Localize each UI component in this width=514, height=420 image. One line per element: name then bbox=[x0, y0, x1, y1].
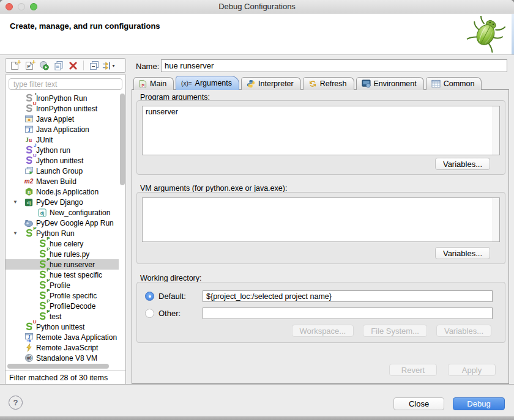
tab-main[interactable]: PMain bbox=[133, 77, 174, 90]
tree-item-standalone-v8-vm[interactable]: v8Standalone V8 VM bbox=[6, 353, 119, 363]
other-radio[interactable] bbox=[145, 309, 154, 318]
tree-item-java-application[interactable]: JJava Application bbox=[6, 124, 119, 134]
tab-common[interactable]: Common bbox=[426, 77, 482, 90]
svg-text:dj: dj bbox=[40, 210, 45, 216]
tab-environment[interactable]: Environment bbox=[356, 77, 424, 90]
filter-launch-configurations-button[interactable]: ▾ bbox=[102, 59, 115, 72]
new-launch-configuration-button[interactable]: + bbox=[8, 59, 21, 72]
ironpython-run-icon: I bbox=[24, 94, 34, 103]
tree-vertical-scrollbar[interactable] bbox=[119, 94, 125, 361]
tree-item-pydev-django[interactable]: ▼djPyDev Django bbox=[6, 197, 119, 207]
tree-item-hue-celery[interactable]: Phue celery bbox=[6, 238, 119, 249]
debug-bug-icon bbox=[466, 16, 505, 55]
python-run-icon: P bbox=[24, 229, 34, 238]
tree-item-label: PyDev Django bbox=[36, 198, 83, 207]
tree-item-hue-test-specific[interactable]: Phue test specific bbox=[6, 270, 119, 280]
filter-input[interactable] bbox=[9, 78, 122, 90]
tab-label: Common bbox=[444, 79, 475, 88]
program-arguments-variables-button[interactable]: Variables... bbox=[435, 158, 490, 170]
other-directory-input[interactable] bbox=[203, 308, 493, 319]
program-arguments-textarea[interactable]: runserver bbox=[143, 106, 493, 155]
tree-item-profiledecode[interactable]: PProfileDecode bbox=[6, 301, 119, 311]
vm-arguments-group: Variables... bbox=[136, 192, 505, 264]
dialog-banner: Create, manage, and run configurations bbox=[0, 14, 514, 55]
tree-item-python-unittest[interactable]: UPython unittest bbox=[6, 322, 119, 332]
pydev-django-icon: dj bbox=[24, 198, 34, 207]
tree-item-junit[interactable]: JuJUnit bbox=[6, 134, 119, 145]
tree-item-remote-java-application[interactable]: JRemote Java Application bbox=[6, 332, 119, 342]
tree-item-remote-javascript[interactable]: Remote JavaScript bbox=[6, 342, 119, 353]
collapse-all-button[interactable] bbox=[88, 59, 100, 72]
tree-item-hue-rules-py[interactable]: Phue rules.py bbox=[6, 249, 119, 259]
working-directory-variables-button[interactable]: Variables... bbox=[436, 325, 491, 337]
tree-item-java-applet[interactable]: Java Applet bbox=[6, 114, 119, 124]
tab-label: Refresh bbox=[320, 79, 347, 88]
workspace-button[interactable]: Workspace... bbox=[292, 325, 354, 337]
v8-icon: v8 bbox=[24, 353, 34, 363]
tree-item-label: Python unittest bbox=[36, 323, 84, 331]
help-button[interactable]: ? bbox=[9, 396, 23, 410]
delete-launch-configuration-button[interactable] bbox=[67, 59, 80, 72]
tree-item-pydev-google-app-run[interactable]: PyDev Google App Run bbox=[6, 218, 119, 228]
tree-item-label: hue rules.py bbox=[50, 250, 89, 259]
tree-item-jython-run[interactable]: JJython run bbox=[6, 145, 119, 155]
default-radio[interactable] bbox=[145, 292, 154, 301]
python-run-config-icon: P bbox=[37, 312, 47, 321]
tree-item-node-js-application[interactable]: nNode.js Application bbox=[6, 186, 119, 197]
tab-arguments[interactable]: (x)=Arguments bbox=[176, 76, 239, 90]
dialog-button-bar: ? Close Debug bbox=[0, 384, 514, 420]
tree-item-python-run[interactable]: ▼PPython Run bbox=[6, 228, 119, 238]
main-tab-icon: P bbox=[139, 79, 147, 88]
default-directory-input[interactable] bbox=[203, 290, 493, 302]
python-run-config-icon: P bbox=[37, 270, 47, 279]
launch-group-icon bbox=[24, 166, 34, 175]
textarea-scrollbar[interactable] bbox=[493, 106, 499, 155]
tree-item-ironpython-run[interactable]: IIronPython Run bbox=[6, 93, 119, 103]
java-application-icon: J bbox=[24, 125, 34, 134]
tree-item-label: hue runserver bbox=[50, 260, 95, 269]
tab-label: Environment bbox=[374, 79, 417, 88]
launch-toolbar: +P+▾ bbox=[5, 58, 126, 73]
expand-arrow-icon[interactable]: ▼ bbox=[13, 199, 18, 205]
scrollbar-thumb[interactable] bbox=[7, 364, 109, 369]
svg-text:n: n bbox=[27, 189, 30, 195]
vm-arguments-textarea[interactable] bbox=[143, 198, 493, 241]
export-launch-configurations-button[interactable] bbox=[37, 59, 50, 72]
refresh-icon bbox=[308, 79, 317, 88]
file-system-button[interactable]: File System... bbox=[363, 325, 427, 337]
textarea-scrollbar[interactable] bbox=[493, 198, 499, 241]
help-glyph: ? bbox=[13, 398, 18, 407]
debug-button[interactable]: Debug bbox=[453, 397, 505, 410]
tree-item-test[interactable]: Ptest bbox=[6, 311, 119, 322]
revert-button[interactable]: Revert bbox=[389, 364, 437, 376]
tree-item-jython-unittest[interactable]: UJython unittest bbox=[6, 155, 119, 166]
close-window-button[interactable] bbox=[6, 3, 13, 10]
tab-interpreter[interactable]: Interpreter bbox=[241, 77, 301, 90]
close-button[interactable]: Close bbox=[393, 397, 444, 410]
zoom-window-button[interactable] bbox=[30, 3, 37, 10]
tree-item-label: hue test specific bbox=[50, 271, 102, 279]
minimize-window-button[interactable] bbox=[18, 3, 25, 10]
tree-item-new-configuration[interactable]: djNew_configuration bbox=[6, 207, 119, 218]
tree-item-ironpython-unittest[interactable]: UIronPython unittest bbox=[6, 103, 119, 114]
tree-item-profile[interactable]: PProfile bbox=[6, 280, 119, 290]
new-launch-prototype-button[interactable]: P+ bbox=[23, 59, 35, 72]
apply-button[interactable]: Apply bbox=[448, 364, 496, 376]
working-directory-label: Working directory: bbox=[140, 274, 202, 282]
name-input[interactable] bbox=[161, 59, 507, 72]
vm-arguments-variables-button[interactable]: Variables... bbox=[435, 247, 490, 259]
expand-arrow-icon[interactable]: ▼ bbox=[13, 230, 18, 236]
tree-item-maven-build[interactable]: m2Maven Build bbox=[6, 176, 119, 186]
tree-item-label: Python Run bbox=[36, 229, 75, 238]
duplicate-launch-configuration-button[interactable] bbox=[52, 59, 65, 72]
tree-item-launch-group[interactable]: Launch Group bbox=[6, 166, 119, 176]
tree-item-profile-specific[interactable]: PProfile specific bbox=[6, 290, 119, 301]
scrollbar-thumb[interactable] bbox=[120, 94, 125, 185]
tab-refresh[interactable]: Refresh bbox=[303, 77, 354, 90]
tree-item-hue-runserver[interactable]: Phue runserver bbox=[6, 259, 119, 270]
tree-horizontal-scrollbar[interactable] bbox=[7, 364, 117, 369]
tree-item-label: Java Applet bbox=[36, 115, 74, 123]
tree-item-label: Java Application bbox=[36, 125, 89, 134]
environment-icon bbox=[362, 79, 371, 88]
tree-item-label: Remote JavaScript bbox=[36, 344, 98, 352]
